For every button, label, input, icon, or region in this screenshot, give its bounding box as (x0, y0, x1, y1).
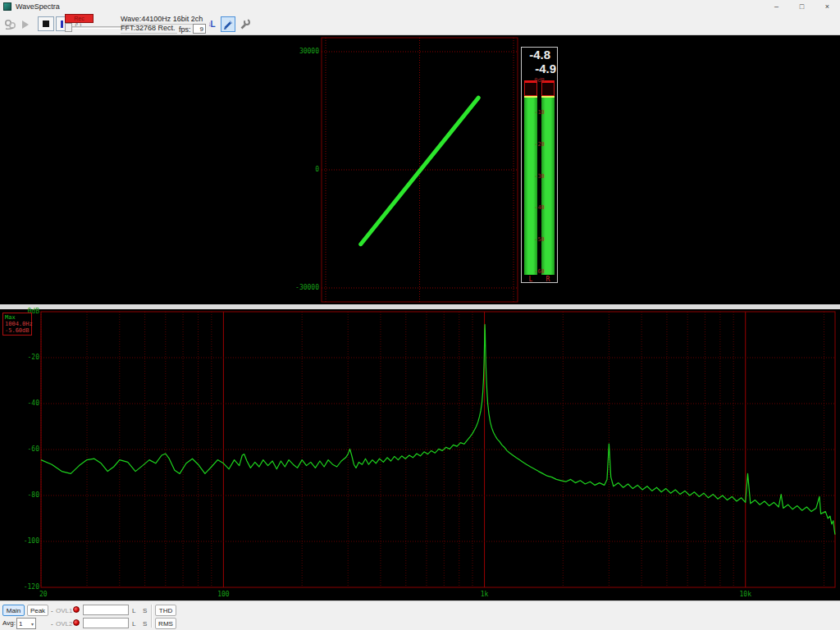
seek-slider-thumb[interactable] (65, 23, 72, 32)
record-button[interactable] (3, 18, 17, 34)
axis-scale-label: L (210, 20, 215, 29)
peak-readout-title: Max (5, 314, 30, 321)
chevron-down-icon: ▾ (31, 621, 34, 627)
stop-icon (43, 21, 49, 27)
spectrum-panel: 0dB-20-40-60-80-100-120201001k10k Max 10… (0, 309, 840, 600)
app-window: WaveSpectra – □ × ↻ Rec Wave:44100Hz (0, 0, 840, 630)
app-icon (3, 2, 11, 11)
level-meter: -4.8 -4.9 0dB-10-20-30-40-50-60 LR (521, 47, 558, 283)
ovl2-led (73, 619, 80, 626)
ovl2-label: OVL2 (56, 620, 72, 628)
meter-scale-label: -10 (522, 110, 557, 116)
meter-scale-label: -60 (522, 269, 557, 275)
l-button-2[interactable]: L (132, 620, 135, 628)
display-settings-button[interactable] (221, 16, 235, 32)
ovl1-led (73, 606, 80, 613)
record-device-icon (3, 18, 17, 31)
status-bar: Main Peak - OVL1 L S THD Avg: 1 ▾ - OVL2… (0, 600, 840, 630)
recording-indicator: Rec (65, 14, 94, 23)
main-tab-label: Main (7, 607, 21, 614)
meter-scale-label: -30 (522, 174, 557, 180)
meter-channel-label: R (541, 276, 555, 283)
lissajous-min-label: -30000 (292, 285, 319, 291)
thd-button[interactable]: THD (155, 605, 176, 616)
peak-button[interactable]: Peak (27, 605, 48, 616)
meter-scale-label: -20 (522, 142, 557, 148)
peak-readout-box: Max 1004.0Hz -5.60dB (2, 313, 32, 336)
avg-select[interactable]: 1 ▾ (16, 618, 36, 629)
peak-button-label: Peak (30, 607, 45, 614)
fps-label: fps: (179, 25, 191, 34)
meter-scale-label: -40 (522, 205, 557, 211)
toolbar: ↻ Rec Wave:44100Hz 16bit 2ch FFT:32768 R… (0, 13, 840, 35)
l-button-1[interactable]: L (132, 607, 135, 614)
window-title: WaveSpectra (16, 2, 60, 11)
left-level-value: -4.8 (529, 48, 550, 62)
settings-button[interactable] (237, 16, 252, 32)
peak-frequency-value: 1004.0Hz (5, 321, 30, 327)
ovl2-input[interactable] (83, 618, 129, 628)
play-button[interactable] (22, 21, 29, 29)
meter-green-bar-left (524, 96, 537, 275)
meter-scale-label: -50 (522, 237, 557, 243)
meter-scale-label: 0dB (522, 78, 557, 84)
s-button-1[interactable]: S (143, 607, 147, 614)
axis-scale-button[interactable]: ↓ L (204, 16, 219, 32)
ovl1-input[interactable] (83, 605, 129, 615)
right-level-value: -4.9 (535, 62, 556, 75)
s-button-2[interactable]: S (143, 620, 147, 628)
thd-button-label: THD (159, 607, 172, 614)
ovl1-label: OVL1 (56, 607, 72, 614)
statusbar-separator (151, 605, 153, 628)
minimize-button[interactable]: – (764, 0, 789, 13)
fft-info: FFT:32768 Rect. (121, 24, 177, 34)
play-icon (22, 21, 29, 29)
peak-level-value: -5.60dB (5, 327, 30, 334)
rms-button-label: RMS (158, 620, 173, 628)
lissajous-max-label: 30000 (292, 48, 319, 55)
title-bar: WaveSpectra – □ × (0, 0, 840, 13)
lissajous-panel: 30000 0 -30000 -4.8 -4.9 0dB-10-20-30-40… (0, 35, 840, 304)
close-button[interactable]: × (815, 0, 840, 13)
dash-1: - (51, 607, 53, 614)
spectrum-plot (0, 309, 840, 600)
rms-button[interactable]: RMS (155, 618, 176, 629)
main-tab-button[interactable]: Main (2, 605, 25, 616)
meter-channel-label: L (524, 276, 537, 283)
avg-label: Avg: (2, 619, 16, 627)
stop-button[interactable] (38, 16, 54, 31)
maximize-button[interactable]: □ (789, 0, 815, 13)
lissajous-zero-label: 0 (292, 167, 319, 173)
lissajous-plot (0, 35, 840, 304)
seek-slider-track[interactable] (65, 26, 129, 29)
avg-value: 1 (19, 620, 22, 628)
meter-bars: 0dB-10-20-30-40-50-60 (522, 80, 557, 275)
dash-2: - (51, 620, 53, 628)
pen-graph-icon (222, 19, 234, 30)
meter-green-bar-right (541, 96, 555, 275)
wrench-icon (239, 18, 251, 30)
